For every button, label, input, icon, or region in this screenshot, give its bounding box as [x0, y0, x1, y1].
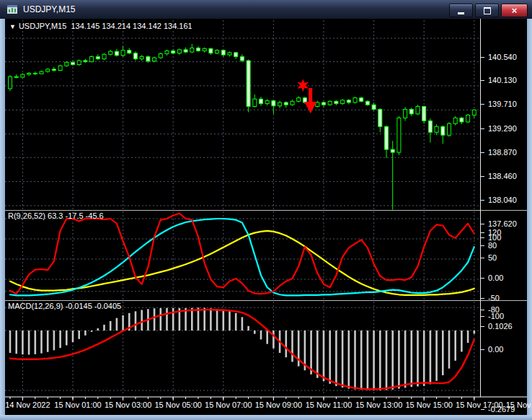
- macd-histogram-bar: [66, 331, 68, 345]
- candle-body: [172, 51, 175, 53]
- candle-body: [52, 69, 56, 71]
- oscillator-axis-label-tick: [481, 258, 484, 258]
- candle-body: [334, 101, 338, 103]
- macd-histogram-bar: [272, 331, 275, 349]
- oscillator-axis-label: 0.00: [488, 274, 503, 282]
- macd-histogram-bar: [35, 331, 37, 354]
- macd-histogram-bar: [291, 331, 293, 362]
- macd-histogram-bar: [216, 309, 218, 331]
- macd-histogram-bar: [379, 331, 381, 390]
- candle-body: [448, 123, 451, 135]
- price-axis-label-tick: [481, 57, 484, 58]
- candle-body: [27, 73, 31, 74]
- macd-histogram-bar: [342, 331, 344, 388]
- time-axis-label: 15 Nov 13:00: [355, 401, 402, 409]
- macd-histogram-bar: [448, 331, 451, 369]
- candle-body: [441, 126, 445, 135]
- time-axis-label: 15 Nov 03:00: [105, 401, 151, 409]
- time-axis[interactable]: 14 Nov 202215 Nov 01:0015 Nov 03:0015 No…: [5, 398, 527, 415]
- symbol-timeframe-label: USDJPY,M15: [19, 22, 66, 30]
- window-frame-right: [527, 19, 532, 420]
- macd-axis-label-tick: [481, 349, 484, 350]
- collapse-arrow-icon[interactable]: ▼: [9, 23, 16, 30]
- candle-body: [84, 61, 87, 62]
- price-axis-label-tick: [481, 224, 484, 224]
- panel-separator[interactable]: [5, 300, 527, 301]
- candle-body: [134, 53, 138, 59]
- price-axis-label: 138.460: [488, 172, 517, 180]
- macd-histogram-bar: [335, 331, 337, 386]
- macd-histogram-bar: [247, 326, 249, 331]
- close-button[interactable]: ×: [501, 4, 528, 17]
- price-axis-label-tick: [481, 80, 484, 81]
- macd-axis-label-tick: [481, 326, 484, 327]
- macd-histogram-bar: [254, 331, 256, 334]
- oscillator-axis-label-tick: [481, 298, 484, 299]
- candle-body: [360, 98, 363, 102]
- macd-panel[interactable]: [5, 301, 480, 396]
- candle-body: [291, 101, 294, 105]
- macd-histogram-bar: [461, 331, 463, 351]
- candle-body: [253, 99, 257, 106]
- macd-histogram-bar: [78, 331, 80, 339]
- candle-body: [453, 118, 457, 123]
- macd-histogram-bar: [310, 331, 312, 375]
- price-axis[interactable]: 140.540140.130139.710139.290138.870138.4…: [481, 19, 527, 397]
- candle-body: [209, 48, 213, 53]
- candle-body: [272, 101, 275, 106]
- candle-body: [234, 53, 238, 57]
- macd-histogram-bar: [59, 331, 61, 348]
- main-price-chart[interactable]: [5, 19, 480, 210]
- time-axis-label: 15 Nov 15:00: [405, 401, 452, 409]
- time-axis-label: 14 Nov 2022: [5, 401, 50, 409]
- macd-histogram-bar: [235, 313, 237, 331]
- macd-histogram-bar: [110, 321, 112, 331]
- macd-histogram-bar: [198, 307, 200, 331]
- candle-body: [284, 102, 288, 105]
- candle-body: [40, 71, 43, 74]
- macd-histogram-bar: [348, 331, 350, 389]
- macd-histogram-bar: [367, 331, 369, 390]
- price-axis-label: 138.040: [488, 196, 517, 204]
- price-axis-label-tick: [481, 176, 484, 177]
- minimize-button[interactable]: [449, 4, 473, 17]
- restore-button[interactable]: [475, 4, 499, 17]
- oscillator-axis-label-tick: [481, 316, 484, 317]
- candle-body: [347, 100, 350, 102]
- candle-body: [404, 110, 407, 118]
- oscillator-axis-label: 100: [488, 233, 501, 242]
- macd-histogram-bar: [354, 331, 356, 390]
- title-bar[interactable]: USDJPY,M15 ×: [0, 0, 532, 19]
- candle-body: [216, 51, 219, 53]
- macd-histogram-bar: [91, 331, 93, 332]
- candle-body: [228, 53, 231, 55]
- macd-histogram-bar: [260, 331, 262, 339]
- macd-histogram-bar: [28, 331, 30, 354]
- macd-histogram-bar: [386, 331, 388, 390]
- candle-body: [372, 105, 376, 109]
- macd-histogram-bar: [40, 331, 43, 354]
- candle-body: [460, 118, 464, 122]
- candle-body: [278, 102, 282, 106]
- minimize-icon: [458, 12, 464, 14]
- oscillator-axis-label: 50: [488, 253, 497, 262]
- price-axis-label-tick: [481, 128, 484, 129]
- macd-histogram-bar: [373, 331, 375, 390]
- candle-body: [102, 54, 106, 58]
- macd-histogram-bar: [266, 331, 268, 344]
- candle-body: [221, 51, 225, 55]
- macd-axis-label: 0.1026: [488, 322, 513, 331]
- candle-body: [153, 58, 156, 61]
- chart-window-icon: [6, 4, 18, 15]
- panel-separator[interactable]: [5, 210, 527, 211]
- candle-body: [385, 126, 389, 149]
- candle-body: [472, 110, 476, 115]
- macd-histogram-bar: [316, 331, 319, 378]
- candle-body: [146, 56, 150, 61]
- price-axis-label: 139.710: [488, 100, 517, 108]
- candle-body: [265, 101, 269, 104]
- candle-body: [260, 99, 263, 103]
- macd-histogram-bar: [229, 311, 231, 331]
- candle-body: [177, 50, 181, 53]
- oscillator-panel[interactable]: [5, 211, 480, 300]
